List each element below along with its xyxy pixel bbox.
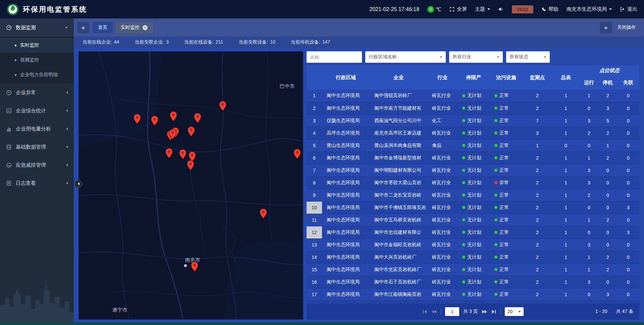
table-row[interactable]: 4高坪生态环境局南充市高坪区王家店建砖瓦行业无计划正常31220: [307, 127, 639, 139]
cell-meters: 1: [552, 263, 580, 276]
status-filter-select[interactable]: 所有状态: [506, 51, 550, 63]
page-size-select[interactable]: 20: [505, 307, 524, 316]
table-row[interactable]: 8阆中生态环境局阆中市枣碧大梁山页岩砖瓦行业无计划异常21300: [307, 176, 639, 189]
tabs-scroll-right-button[interactable]: »: [600, 22, 612, 33]
name-filter-input[interactable]: [307, 51, 362, 63]
theme-menu[interactable]: 主题: [475, 6, 490, 12]
status-dot-icon: [462, 231, 465, 234]
cell-index: 2: [307, 102, 322, 114]
sidebar-group-base-data: 基础数据管理: [0, 138, 74, 156]
map-pin-icon[interactable]: [169, 111, 177, 121]
help-button[interactable]: 帮助: [541, 6, 558, 12]
table-row[interactable]: 2阆中生态环境局阆中市南方节能建材有砖瓦行业无计划正常21030: [307, 102, 639, 114]
cell-index: 6: [307, 152, 322, 164]
map-pin-icon[interactable]: [191, 262, 199, 272]
table-row[interactable]: 9阆中生态环境局阆中市二龙长宝页岩砖砖瓦行业无计划正常21200: [307, 189, 639, 201]
map-pin-icon[interactable]: [187, 126, 195, 137]
table-row[interactable]: 3仪陇生态环境局西南油气田分公司川中化工无计划正常71350: [307, 114, 639, 127]
speaker-button[interactable]: [498, 7, 504, 11]
tabs-scroll-left-button[interactable]: «: [77, 22, 89, 33]
fullscreen-button[interactable]: 全屏: [449, 6, 467, 12]
tab-close-icon[interactable]: ×: [143, 25, 148, 30]
map-pin-icon[interactable]: [165, 148, 173, 158]
table-row[interactable]: 16阆中生态环境局阆中市石子页岩机砖厂砖瓦行业无计划正常21300: [307, 276, 639, 288]
stat-label: 当前停机设备:: [291, 39, 320, 45]
map-pin-icon[interactable]: [194, 113, 202, 123]
cell-points: 2: [523, 226, 552, 238]
sidebar-item-video-monitor[interactable]: 视频监控: [0, 53, 74, 67]
cell-points: 7: [523, 114, 552, 127]
cell-facility-status: 异常: [490, 176, 523, 189]
sidebar-item-power-load-detail[interactable]: 企业电力负荷明细: [0, 67, 74, 82]
sidebar-item-enterprise-abnormal[interactable]: 企业异常: [0, 84, 74, 102]
status-dot-icon: [462, 94, 465, 97]
status-dot-icon: [494, 131, 497, 134]
logout-label: 退出: [627, 6, 637, 12]
cell-meters: 1: [552, 238, 580, 251]
enterprise-panel: 行政区域名称 所有行业 所有状态: [307, 51, 639, 320]
brand: 环保用电监管系统: [7, 3, 87, 15]
table-row[interactable]: 12阆中生态环境局阆中市忠信建材有限公砖瓦行业无计划正常21003: [307, 226, 639, 238]
table-row[interactable]: 17阆中生态环境局阆中市江南镇阆南页岩砖瓦行业无计划正常21030: [307, 288, 639, 301]
table-row[interactable]: 11阆中生态环境局阆中市五马桥页岩机砖砖瓦行业无计划正常21120: [307, 214, 639, 226]
map-collapse-handle[interactable]: [74, 180, 83, 188]
tab-home[interactable]: 首页: [93, 22, 113, 33]
sidebar-subitem-label: 视频监控: [20, 57, 39, 63]
map-panel[interactable]: 巴中市南充市遂宁市: [78, 51, 303, 320]
app-title: 环保用电监管系统: [23, 5, 87, 14]
sidebar-item-power-analysis[interactable]: 企业用电量分析: [0, 120, 74, 138]
map-pin-icon[interactable]: [219, 101, 226, 111]
cell-limit-status: 无计划: [458, 251, 490, 263]
table-row[interactable]: 1阆中生态环境局阆中强锐页岩砖厂砖瓦行业无计划正常21120: [307, 90, 639, 102]
region-filter-select[interactable]: 行政区域名称: [365, 51, 446, 63]
prev-page-button[interactable]: [431, 310, 437, 314]
cell-facility-status: 正常: [490, 238, 523, 251]
industry-filter-select[interactable]: 所有行业: [449, 51, 503, 63]
sidebar-item-data-monitoring[interactable]: 数据监测: [0, 18, 74, 37]
first-page-button[interactable]: [422, 310, 427, 314]
cell-facility-status: 正常: [490, 139, 523, 152]
table-row[interactable]: 10阆中生态环境局阆中市千佛镇五郎垭页岩砖瓦行业无计划正常21003: [307, 201, 639, 214]
app-logo-icon: [7, 3, 19, 15]
cell-stop: 2: [598, 127, 617, 139]
table-row[interactable]: 13阆中生态环境局阆中市金福旺页岩机砖砖瓦行业无计划正常21300: [307, 238, 639, 251]
column-header-meters: 总表: [552, 65, 580, 90]
map-pin-icon[interactable]: [187, 160, 195, 170]
table-row[interactable]: 14阆中生态环境局阆中大兴页岩机砖厂砖瓦行业无计划正常21120: [307, 251, 639, 263]
sidebar-item-enterprise-statistics[interactable]: 企业综合统计: [0, 102, 74, 120]
sidebar-item-base-data[interactable]: 基础数据管理: [0, 138, 74, 156]
stat-online-devices: 当前在线设备:211: [184, 39, 223, 45]
cell-facility-status: 正常: [490, 114, 523, 127]
record-range-label: 1 - 20: [595, 309, 607, 315]
sidebar-menu: 数据监测实时监控视频监控企业电力负荷明细企业异常企业综合统计企业用电量分析基础数…: [0, 18, 74, 192]
map-pin-icon[interactable]: [259, 209, 267, 219]
cell-region: 高坪生态环境局: [322, 127, 370, 139]
next-page-button[interactable]: [482, 310, 487, 314]
table-row[interactable]: 5营山生态环境局营山县润丰肉食品有限食品无计划正常10010: [307, 139, 639, 152]
column-group-point-status: 点位状态: [580, 65, 639, 75]
table-row[interactable]: 7阆中生态环境局阆中明阳建材有限公司砖瓦行业无计划正常21300: [307, 164, 639, 176]
map-pin-icon[interactable]: [133, 114, 141, 124]
map-pin-icon[interactable]: [179, 149, 186, 160]
table-row[interactable]: 15阆中生态环境局阆中市光富页岩机砖厂砖瓦行业无计划正常21120: [307, 263, 639, 276]
map-pin-icon[interactable]: [151, 115, 158, 126]
close-operations-button[interactable]: 关闭操作: [617, 24, 636, 31]
sidebar-item-log-view[interactable]: 日志查看: [0, 174, 74, 192]
map-pin-icon[interactable]: [169, 129, 176, 139]
sidebar-item-realtime-monitor[interactable]: 实时监控: [0, 38, 74, 53]
sidebar-item-emergency-reduction[interactable]: 应急减排管理: [0, 156, 74, 174]
logout-button[interactable]: 退出: [620, 6, 637, 12]
alert-count-badge[interactable]: 2632: [512, 5, 533, 13]
status-dot-icon: [462, 280, 465, 283]
last-page-button[interactable]: [491, 310, 496, 314]
map-pin-icon[interactable]: [293, 149, 301, 159]
cell-limit-status: 无计划: [458, 114, 490, 127]
cell-stop: 2: [598, 90, 617, 102]
tab-realtime-monitor[interactable]: 实时监控×: [115, 22, 153, 33]
page-size-value: 20: [507, 309, 513, 314]
cell-meters: 1: [552, 288, 580, 301]
organization-menu[interactable]: 南充市生态环境局: [567, 6, 612, 12]
table-row[interactable]: 6阆中生态环境局阆中市金博瑞新型墙材砖瓦行业无计划正常21120: [307, 152, 639, 164]
stat-label: 当前在线企业:: [83, 39, 112, 45]
page-number-input[interactable]: [445, 307, 459, 316]
